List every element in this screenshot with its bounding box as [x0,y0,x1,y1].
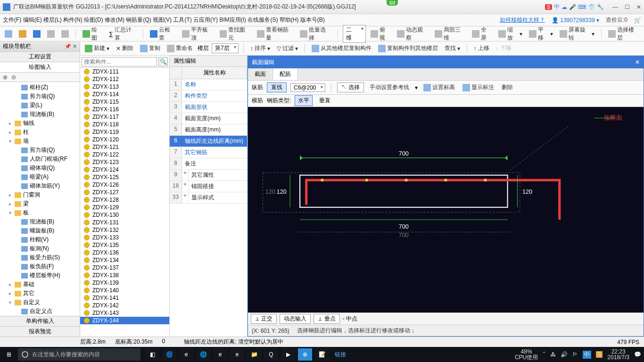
list-item[interactable]: ZDYX-120 [80,136,169,143]
sort-button[interactable]: ↕ 排序 ▾ [248,43,272,53]
sum-button[interactable]: ∑ 汇总计算 [107,25,138,43]
list-item[interactable]: ZDYX-142 [80,302,169,309]
tree-leaf[interactable]: 砌体墙(Q) [0,164,80,173]
tree-folder[interactable]: ▾墙 [0,137,80,146]
component-list[interactable]: ZDYX-111ZDYX-112ZDYX-113ZDYX-114ZDYX-115… [80,68,169,337]
view-mode-select[interactable]: 二维 [343,25,366,43]
single-input-tab[interactable]: 单构件输入 [0,316,80,326]
ortho-button[interactable]: ⊥ 正交 [251,314,277,324]
list-item[interactable]: ZDYX-125 [80,173,169,181]
vertical-option[interactable]: 垂直 [316,96,333,106]
nav-tree[interactable]: 框柱(Z)剪力墙(Q)梁(L)现浇板(B)▸轴线▸柱▾墙剪力墙(Q)人防门框墙(… [0,82,80,316]
tray-up-icon[interactable]: ˄ [543,351,545,358]
menu-item[interactable]: BIM应用(I) [219,16,246,23]
copy-from-floor-button[interactable]: 从其他楼层复制构件 [310,43,373,53]
property-row[interactable]: 6轴线距左边线距离(mm) [170,136,247,147]
tree-leaf[interactable]: 现浇板(B) [0,217,80,226]
list-item[interactable]: ZDYX-136 [80,249,169,256]
list-item[interactable]: ZDYX-118 [80,121,169,128]
property-row[interactable]: 1名称 [170,79,247,90]
move-down-button[interactable]: ↓ 下移 [494,43,513,53]
tree-folder[interactable]: ▸梁 [0,199,80,208]
list-item[interactable]: ZDYX-132 [80,226,169,234]
list-item[interactable]: ZDYX-123 [80,158,169,166]
link-label[interactable]: 链接 [335,351,346,359]
tree-folder[interactable]: ▸门窗洞 [0,190,80,199]
list-item[interactable]: ZDYX-119 [80,128,169,136]
tree-leaf[interactable]: 框柱(Z) [0,83,80,92]
list-item[interactable]: ZDYX-128 [80,196,169,204]
floor-select[interactable]: 第7层 [212,43,239,53]
property-row[interactable]: 33+显示样式 [170,192,247,204]
property-row[interactable]: 8备注 [170,158,247,170]
property-row[interactable]: 2构件类型 [170,90,247,102]
taskbar-app-8[interactable]: ▶ [281,348,295,361]
list-item[interactable]: ZDYX-124 [80,166,169,173]
tree-leaf[interactable]: 板受力筋(S) [0,253,80,262]
filter-button[interactable]: ▽ 过滤 ▾ [275,43,300,53]
menu-item[interactable]: 钢筋量(Q) [126,16,151,23]
menu-item[interactable]: 编辑(E) [23,16,42,23]
delete-component-button[interactable]: ✕ 删除 [114,43,135,53]
view-rebar-button[interactable]: 查看钢筋量 [255,25,295,43]
taskbar-app-9[interactable]: 📝 [315,348,329,361]
notification-badge[interactable]: 69 [387,0,398,6]
line-button[interactable]: 直线 [267,82,287,92]
list-item[interactable]: ZDYX-135 [80,241,169,249]
search-button[interactable]: 🔍 [158,57,168,66]
redo-button[interactable] [59,29,71,39]
rotate-screen-button[interactable]: 屏幕旋转 ▾ [558,25,596,43]
tray-volume-icon[interactable]: 🔊 [561,351,568,358]
tree-leaf[interactable]: 板洞(N) [0,244,80,253]
list-item[interactable]: ZDYX-133 [80,234,169,241]
window-close-button[interactable]: ✕ [636,4,641,10]
tree-folder[interactable]: ▸轴线 [0,119,80,128]
property-row[interactable]: 7其它钢筋 [170,147,247,158]
tray-sogou-icon[interactable]: S [596,351,603,358]
taskbar-app-active[interactable]: ⊕ [298,348,312,361]
set-elevation-button[interactable]: 设置标高 [421,82,457,92]
dynamic-input-button[interactable]: 动态输入 [280,314,311,324]
top-view-button[interactable]: 俯视 [369,25,392,43]
property-row[interactable]: 4截面宽度(mm) [170,113,247,124]
list-item[interactable]: ZDYX-126 [80,181,169,189]
menu-item[interactable]: 帮助(H) [280,16,299,23]
list-item[interactable]: ZDYX-114 [80,90,169,98]
property-row[interactable]: 9+其它属性 [170,170,247,181]
tray-network-icon[interactable]: 🖧 [550,351,556,358]
report-preview-tab[interactable]: 报表预览 [0,326,80,337]
list-item[interactable]: ZDYX-130 [80,211,169,219]
fullscreen-button[interactable]: 全屏 [470,25,494,43]
pick-floor-button[interactable]: 选择楼层 [606,25,641,43]
midpoint-snap-button[interactable]: ◦ 中点 [343,315,358,323]
tree-folder[interactable]: ▸柱 [0,128,80,137]
tree-leaf[interactable]: 柱帽(V) [0,235,80,244]
tree-folder[interactable]: ▸基础 [0,280,80,289]
account-label[interactable]: 👤 13907298339 ▾ [552,17,599,24]
tree-leaf[interactable]: 砌体加筋(Y) [0,181,80,190]
tree-leaf[interactable]: 暗梁(A) [0,173,80,181]
list-item[interactable]: ZDYX-115 [80,98,169,106]
tray-flag-icon[interactable]: 🏳 [572,351,578,358]
new-component-button[interactable]: 新建 ▾ [83,43,111,53]
undo-button[interactable] [45,29,57,39]
taskbar-search[interactable]: 在这里输入你要搜索的内容 [18,348,140,361]
menu-item[interactable]: 文件(F) [3,16,21,23]
property-row[interactable]: 5截面高度(mm) [170,124,247,136]
list-item[interactable]: ZDYX-116 [80,106,169,113]
list-item[interactable]: ZDYX-134 [80,256,169,264]
new-file-button[interactable] [3,29,14,39]
ime-indicator[interactable]: S 中 ☁ 🎤 ⌨ 👕 🔧 [545,3,604,11]
tab-rebar[interactable]: 配筋 [273,68,298,80]
nav-tab-project[interactable]: 工程设置 [0,52,80,62]
taskbar-app-6[interactable]: 📁 [247,348,261,361]
list-item[interactable]: ZDYX-131 [80,219,169,226]
list-item[interactable]: ZDYX-144 [80,317,169,324]
menu-item[interactable]: 视图(V) [153,16,172,23]
tray-ime[interactable]: 中 [583,351,591,359]
list-item[interactable]: ZDYX-141 [80,294,169,302]
list-item[interactable]: ZDYX-112 [80,75,169,83]
manual-refline-button[interactable]: 手动设置参考线 [368,82,411,92]
cart-icon[interactable]: 🛒 [634,17,641,24]
switch-draw-button[interactable]: 绘图 [81,25,104,43]
